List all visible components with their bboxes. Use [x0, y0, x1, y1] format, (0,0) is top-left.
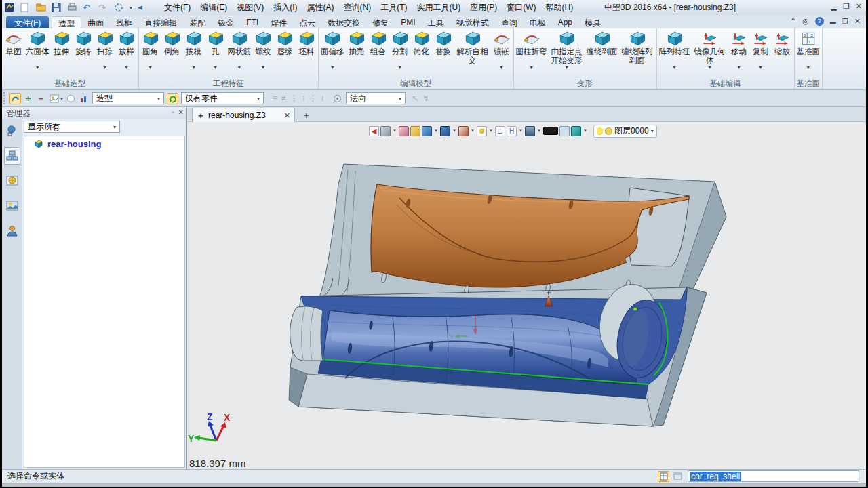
align-icon-2[interactable]: ≠ [281, 94, 286, 103]
ribbon-button-hole[interactable]: 孔▾ [205, 29, 226, 79]
ribbon-button-divide[interactable]: 分割▾ [389, 29, 411, 79]
restore-button[interactable]: ❐ [843, 2, 850, 11]
redo-icon[interactable]: ↷ [98, 3, 108, 12]
viewport[interactable]: ◀ ▾ ▾ ▾ ▾ ▾ H ▾ ▾ [188, 122, 866, 469]
tab-app[interactable]: App [552, 16, 578, 28]
menu-inquire[interactable]: 查询(N) [340, 1, 376, 15]
ribbon-button-face-offset[interactable]: 面偏移▾ [319, 29, 346, 79]
ribbon-button-draft[interactable]: 拔模▾ [183, 29, 205, 79]
ribbon-button-wrap-pattern-to-face[interactable]: 缠绕阵列到面 [619, 29, 656, 79]
ribbon-button-sketch[interactable]: 草图 [3, 29, 24, 79]
ribbon-button-move[interactable]: 移动▾ [728, 29, 750, 79]
cursor-icon-1[interactable]: ↖ [412, 94, 418, 103]
tab-data-exchange[interactable]: 数据交换 [321, 16, 366, 28]
ribbon-button-shell[interactable]: 抽壳 [346, 29, 368, 79]
normal-combo[interactable]: 法向▾ [346, 92, 406, 104]
tab-inquire[interactable]: 查询 [495, 16, 524, 28]
align-icon-4[interactable]: ⁝ [302, 94, 305, 103]
align-icon-3[interactable]: ⋮ [290, 94, 298, 103]
toolbar-grip[interactable] [3, 92, 7, 104]
ribbon-button-mirror-geometry[interactable]: 镜像几何体▾ [692, 29, 728, 79]
command-input[interactable]: cor_reg_shell [688, 470, 859, 482]
menu-insert[interactable]: 插入(I) [269, 1, 301, 15]
image-filter-icon[interactable] [48, 93, 60, 104]
menu-help[interactable]: 帮助(H) [542, 1, 578, 15]
grid-toggle-icon[interactable] [658, 471, 669, 482]
part-filter-icon[interactable] [167, 93, 178, 104]
ribbon-button-datum-plane[interactable]: 基准面▾ [795, 29, 822, 79]
add-icon[interactable]: ＋ [22, 93, 34, 104]
help-icon[interactable]: ? [815, 17, 824, 26]
tab-assembly[interactable]: 装配 [183, 16, 212, 28]
tree-item-root[interactable]: rear-housing [24, 136, 184, 149]
ribbon-button-lip[interactable]: 唇缘 [274, 29, 296, 79]
tab-surface[interactable]: 曲面 [81, 16, 110, 28]
open-file-icon[interactable] [36, 3, 46, 12]
ribbon-button-stock[interactable]: 坯料 [296, 29, 317, 79]
ribbon-button-copy[interactable]: 复制▾ [750, 29, 772, 79]
app-logo-icon[interactable] [5, 3, 15, 12]
ribbon-button-sweep[interactable]: 扫掠▾ [94, 29, 116, 79]
visual-manager-icon[interactable] [4, 172, 20, 190]
ribbon-button-combine[interactable]: 组合 [368, 29, 389, 79]
model-3d[interactable]: Y Z X Y [188, 122, 866, 470]
align-icon-6[interactable]: ≀ [321, 94, 324, 103]
tab-expand-icon[interactable]: ＋ [197, 110, 205, 121]
collapse-toolbar-icon[interactable]: ◀ [138, 4, 142, 11]
user-icon[interactable] [4, 222, 20, 240]
align-icon-5[interactable]: ⋮ [309, 94, 317, 103]
tab-tools[interactable]: 工具 [422, 16, 450, 28]
ribbon-button-scale[interactable]: 缩放 [772, 29, 793, 79]
ribbon-button-pattern-feature[interactable]: 阵列特征▾ [658, 29, 692, 79]
normal-icon[interactable] [332, 93, 343, 104]
print-icon[interactable] [67, 3, 77, 12]
style-icon[interactable]: ◎ [802, 17, 809, 26]
tab-fti[interactable]: FTI [240, 16, 264, 28]
ribbon-button-resolve-self-intersection[interactable]: 解析自相交 [454, 29, 491, 79]
tab-mold[interactable]: 模具 [578, 16, 607, 28]
tab-point-cloud[interactable]: 点云 [293, 16, 321, 28]
vision-manager-icon[interactable] [4, 197, 20, 215]
doc-restore-icon[interactable]: ❐ [842, 18, 848, 25]
ribbon-button-rib[interactable]: 网状筋▾ [226, 29, 253, 79]
ribbon-button-replace[interactable]: 替换 [433, 29, 454, 79]
ribbon-button-chamfer[interactable]: 倒角 [161, 29, 183, 79]
tab-electrode[interactable]: 电极 [524, 16, 552, 28]
tab-wireframe[interactable]: 线框 [110, 16, 138, 28]
tab-repair[interactable]: 修复 [366, 16, 395, 28]
window-toggle-icon[interactable] [672, 471, 684, 482]
selector-icon[interactable] [114, 3, 124, 12]
ribbon-button-loft[interactable]: 放样▾ [116, 29, 138, 79]
tab-weldment[interactable]: 焊件 [264, 16, 293, 28]
ribbon-button-cylinder-bend[interactable]: 圆柱折弯▾ [515, 29, 549, 79]
menu-tools[interactable]: 工具(T) [376, 1, 411, 15]
part-only-combo[interactable]: 仅有零件▾ [181, 92, 264, 104]
doc-close-icon[interactable]: ✕ [854, 17, 861, 26]
history-manager-icon[interactable] [4, 122, 20, 140]
tab-shape[interactable]: 造型 [52, 16, 81, 28]
pick-filter-icon[interactable] [9, 93, 21, 104]
tab-direct-edit[interactable]: 直接编辑 [138, 16, 183, 28]
circle-filter-icon[interactable] [65, 93, 77, 104]
menu-attribute[interactable]: 属性(A) [303, 1, 338, 15]
doc-minimize-icon[interactable]: ▬ [830, 18, 836, 25]
close-button[interactable]: ✕ [856, 2, 862, 11]
new-tab-button[interactable]: ＋ [302, 109, 311, 121]
ribbon-button-thread[interactable]: 螺纹▾ [252, 29, 274, 79]
panel-float-icon[interactable]: ▫ [172, 108, 174, 116]
undo-icon[interactable]: ↶ [83, 3, 93, 12]
document-tab[interactable]: ＋ rear-housing.Z3 ✕ [192, 108, 295, 122]
align-icon-1[interactable]: ≡ [273, 94, 277, 103]
file-tab[interactable]: 文件(F) [6, 16, 49, 28]
menu-applications[interactable]: 应用(P) [466, 1, 501, 15]
menu-window[interactable]: 窗口(W) [502, 1, 540, 15]
minimize-button[interactable]: ▁ [831, 2, 836, 11]
ribbon-button-revolve[interactable]: 旋转 [73, 29, 94, 79]
ribbon-button-fillet[interactable]: 圆角▾ [140, 29, 161, 79]
cursor-icon-2[interactable]: ↯ [422, 94, 429, 103]
menu-utilities[interactable]: 实用工具(U) [413, 1, 465, 15]
panel-close-icon[interactable]: ✕ [178, 108, 184, 116]
new-file-icon[interactable] [20, 3, 31, 12]
shape-mode-icon[interactable] [78, 93, 90, 104]
shape-combo[interactable]: 造型▾ [92, 92, 164, 104]
